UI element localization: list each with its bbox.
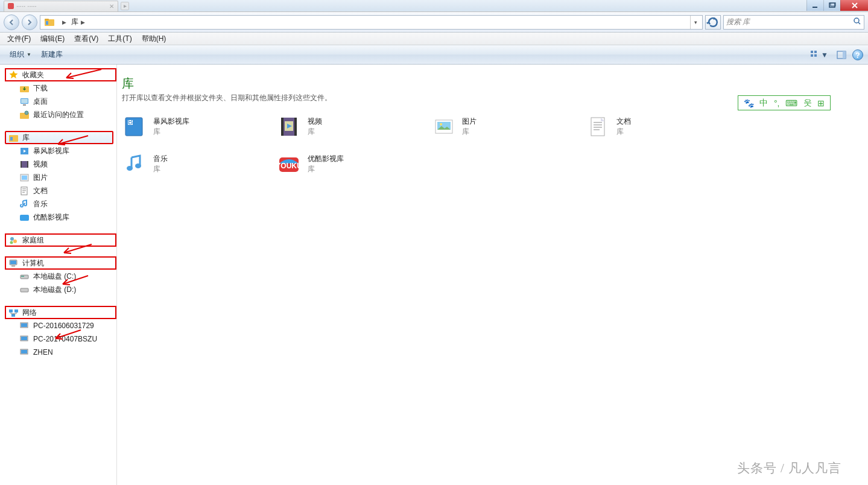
help-button[interactable]: ? — [852, 49, 863, 60]
sidebar-item-pc3[interactable]: ZHEN — [5, 346, 116, 359]
svg-rect-20 — [10, 137, 13, 141]
menu-view[interactable]: 查看(V) — [69, 33, 103, 45]
svg-point-30 — [13, 239, 17, 243]
music-icon — [19, 199, 30, 209]
svg-point-60 — [135, 163, 141, 168]
search-placeholder: 搜索 库 — [726, 17, 750, 27]
sidebar-item-baofeng[interactable]: 暴风影视库 — [5, 144, 116, 157]
pictures-icon — [19, 173, 30, 183]
new-tab-button[interactable]: ▸ — [121, 2, 129, 10]
menu-file[interactable]: 文件(F) — [2, 33, 36, 45]
svg-rect-16 — [23, 104, 26, 106]
main-area: 收藏夹 下载 桌面 最近访问的位置 库 暴风影视库 视频 图 — [0, 65, 868, 485]
sidebar-network[interactable]: 网络 — [5, 306, 116, 319]
back-button[interactable] — [4, 14, 19, 30]
ime-punct-icon[interactable]: °, — [774, 98, 780, 108]
svg-rect-23 — [21, 161, 22, 168]
organize-button[interactable]: 组织▼ — [5, 47, 36, 62]
view-options-button[interactable]: ▼ — [808, 48, 831, 62]
svg-rect-46 — [21, 350, 27, 353]
refresh-button[interactable] — [705, 15, 721, 30]
breadcrumb-libraries[interactable]: 库▶ — [69, 16, 87, 29]
sidebar-item-documents[interactable]: 文档 — [5, 184, 116, 197]
window-title-bar: ····· ····· ✕ ▸ — [0, 0, 868, 12]
sidebar-item-recent[interactable]: 最近访问的位置 — [5, 108, 116, 121]
sidebar-item-pc2[interactable]: PC-20170407BSZU — [5, 332, 116, 346]
desktop-icon — [19, 97, 30, 107]
sidebar-item-downloads[interactable]: 下载 — [5, 81, 116, 95]
sidebar-item-desktop[interactable]: 桌面 — [5, 95, 116, 108]
library-item-youku[interactable]: YOUKU 优酷影视库库 — [276, 151, 431, 177]
maximize-button[interactable] — [823, 0, 840, 11]
svg-rect-5 — [46, 21, 48, 25]
svg-rect-38 — [9, 309, 13, 312]
floating-ime-toolbar[interactable]: 🐾 中 °, ⌨ 웃 ⊞ — [738, 95, 831, 110]
command-bar: 组织▼ 新建库 ▼ ? — [0, 45, 868, 65]
sidebar-homegroup[interactable]: 家庭组 — [5, 233, 116, 247]
ime-grid-icon[interactable]: ⊞ — [817, 98, 825, 108]
minimize-button[interactable] — [806, 0, 823, 11]
library-item-pictures[interactable]: 图片库 — [431, 114, 585, 139]
menu-edit[interactable]: 编辑(E) — [36, 33, 69, 45]
svg-rect-44 — [21, 337, 27, 340]
svg-rect-39 — [14, 309, 18, 312]
close-button[interactable] — [840, 0, 868, 11]
forward-button[interactable] — [22, 14, 37, 30]
page-title: 库 — [122, 75, 863, 92]
address-dropdown[interactable]: ▾ — [690, 16, 701, 29]
svg-rect-8 — [814, 51, 817, 53]
preview-pane-button[interactable] — [834, 48, 849, 62]
search-input[interactable]: 搜索 库 — [723, 15, 864, 30]
search-icon — [853, 17, 861, 27]
content-pane: 库 打开库以查看文件并根据文件夹、日期和其他属性排列这些文件。 B 暴风影视库库… — [117, 65, 868, 485]
sidebar-item-music[interactable]: 音乐 — [5, 197, 116, 211]
sidebar-item-pictures[interactable]: 图片 — [5, 171, 116, 184]
breadcrumb-arrow-root[interactable]: ▶ — [57, 16, 69, 29]
drive-icon — [19, 271, 30, 282]
library-item-music[interactable]: 音乐库 — [122, 151, 276, 177]
address-bar[interactable]: ▶ 库▶ ▾ — [40, 15, 703, 30]
youku-icon: YOUKU — [276, 151, 302, 177]
svg-rect-37 — [21, 288, 28, 292]
svg-point-29 — [10, 237, 14, 241]
sidebar-item-pc1[interactable]: PC-201606031729 — [5, 319, 116, 332]
svg-rect-12 — [843, 51, 846, 59]
library-item-documents[interactable]: 文档库 — [585, 114, 740, 139]
browser-tab[interactable]: ····· ····· ✕ — [4, 1, 118, 11]
pictures-icon — [431, 114, 456, 139]
new-library-button[interactable]: 新建库 — [36, 47, 68, 62]
library-item-videos[interactable]: 视频库 — [276, 114, 431, 139]
library-grid: B 暴风影视库库 视频库 图片库 文档库 音乐库 — [122, 114, 863, 177]
sidebar-item-youku[interactable]: 优酷影视库 — [5, 211, 116, 224]
sidebar-libraries[interactable]: 库 — [5, 131, 113, 144]
navigation-pane: 收藏夹 下载 桌面 最近访问的位置 库 暴风影视库 视频 图 — [0, 65, 116, 485]
sidebar-item-videos[interactable]: 视频 — [5, 157, 116, 171]
svg-rect-52 — [281, 118, 284, 136]
network-icon — [8, 308, 19, 318]
ime-keyboard-icon[interactable]: ⌨ — [785, 98, 797, 108]
menu-help[interactable]: 帮助(H) — [137, 33, 171, 45]
menu-bar: 文件(F) 编辑(E) 查看(V) 工具(T) 帮助(H) — [0, 33, 868, 45]
svg-rect-28 — [20, 215, 29, 221]
sidebar-favorites[interactable]: 收藏夹 — [5, 68, 116, 81]
sidebar-computer[interactable]: 计算机 — [5, 256, 116, 270]
library-item-baofeng[interactable]: B 暴风影视库库 — [122, 114, 276, 139]
videos-icon — [276, 114, 302, 139]
svg-rect-1 — [829, 3, 835, 7]
svg-point-6 — [854, 18, 859, 23]
sidebar-item-drive-c[interactable]: 本地磁盘 (C:) — [5, 270, 116, 283]
svg-text:YOUKU: YOUKU — [276, 162, 302, 170]
libraries-icon — [8, 133, 19, 143]
sidebar-item-drive-d[interactable]: 本地磁盘 (D:) — [5, 283, 116, 296]
ime-cn-label[interactable]: 中 — [759, 98, 768, 109]
tab-close-icon[interactable]: ✕ — [109, 3, 114, 10]
menu-tools[interactable]: 工具(T) — [103, 33, 136, 45]
downloads-icon — [19, 83, 30, 94]
tab-label: ····· ····· — [16, 2, 37, 10]
svg-rect-34 — [11, 265, 15, 267]
ime-paw-icon[interactable]: 🐾 — [744, 98, 754, 108]
svg-rect-7 — [811, 51, 813, 53]
svg-point-59 — [127, 166, 133, 171]
ime-person-icon[interactable]: 웃 — [803, 98, 812, 109]
baofeng-icon: B — [122, 114, 147, 139]
